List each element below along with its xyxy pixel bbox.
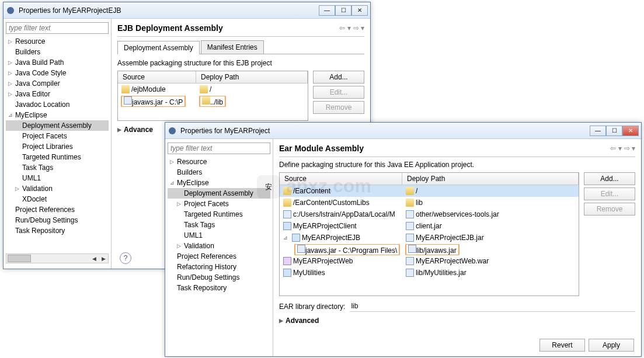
tree-item-label: Javadoc Location [15,100,69,109]
tree-item[interactable]: ▷Resource [168,157,270,167]
content-panel: Ear Module Assembly ⇦ ▾ ⇨ ▾ Define packa… [273,139,641,356]
tree-item[interactable]: ▷Resource [6,36,109,47]
close-button[interactable]: ✕ [351,5,368,16]
lib-dir-input[interactable] [350,301,635,312]
advanced-toggle[interactable]: ▶ Advanced [279,317,635,325]
assembly-table[interactable]: Source Deploy Path /EarContent//EarConte… [279,172,579,296]
expand-icon: ▷ [177,243,184,249]
source-cell: MyUtilities [293,269,325,277]
col-source[interactable]: Source [280,173,402,185]
tree-item[interactable]: ▷Java Compiler [6,78,109,89]
maximize-button[interactable]: ☐ [335,5,351,16]
table-row[interactable]: /EarContent/ [280,185,579,197]
edit-button[interactable]: Edit... [313,86,364,99]
tree-item-label: Builders [15,48,40,56]
category-tree-panel: ▷ResourceBuilders▷Java Build Path▷Java C… [4,19,112,269]
tree-item[interactable]: Run/Debug Settings [168,272,270,283]
minimize-button[interactable]: — [590,126,606,136]
col-deploy[interactable]: Deploy Path [196,71,308,83]
category-tree[interactable]: ▷ResourceBuilders▷Java Build Path▷Java C… [6,36,109,250]
tree-item-label: Java Build Path [15,58,64,67]
tree-item[interactable]: UML1 [6,173,109,183]
category-tree[interactable]: ▷ResourceBuilders⊿MyEclipseDeployment As… [168,157,270,338]
tree-item[interactable]: Project Facets [6,131,109,141]
filter-input[interactable] [6,22,109,34]
tree-item[interactable]: Task Repository [168,283,270,293]
tree-item[interactable]: Javadoc Location [6,99,109,110]
back-icon[interactable]: ⇦ ▾ [339,24,350,32]
maximize-button[interactable]: ☐ [606,126,622,136]
forward-icon[interactable]: ⇨ ▾ [353,24,364,32]
svg-point-1 [169,127,176,134]
table-row[interactable]: MyUtilitieslib/MyUtilities.jar [280,267,579,279]
tree-item[interactable]: Task Tags [6,162,109,173]
table-row[interactable]: MyEARProjectClientclient.jar [280,220,579,232]
mod-icon [283,257,291,265]
table-row[interactable]: javaws.jar - C:\P../lib [118,95,308,107]
col-source[interactable]: Source [118,71,196,83]
expand-icon: ▷ [15,186,22,192]
edit-button[interactable]: Edit... [584,187,635,200]
tree-item[interactable]: Refactoring History [168,262,270,272]
scrollbar-thumb[interactable] [8,255,31,262]
table-row[interactable]: MyEARProjectWebMyEARProjectWeb.war [280,255,579,267]
tree-item-label: Run/Debug Settings [177,273,239,281]
tab-manifest-entries[interactable]: Manifest Entries [201,40,264,54]
tree-item[interactable]: Task Tags [168,220,270,230]
table-row[interactable]: ⊿MyEARProjectEJBMyEARProjectEJB.jar [280,232,579,244]
minimize-button[interactable]: — [319,5,335,16]
forward-icon[interactable]: ⇨ ▾ [624,144,635,152]
tree-item[interactable]: ⊿MyEclipse [6,110,109,120]
expand-icon: ⊿ [8,112,15,118]
filter-input[interactable] [168,142,270,154]
jar-icon [406,222,414,230]
table-row[interactable]: c:/Users/lstrain/AppData/Local/Mother/we… [280,208,579,220]
table-row[interactable]: /EarContent/CustomLibslib [280,197,579,208]
help-icon[interactable]: ? [120,252,131,264]
page-title: Ear Module Assembly [279,144,610,153]
tree-item[interactable]: Project References [6,204,109,215]
horizontal-scrollbar[interactable]: ◀▶ [6,253,109,263]
tree-item[interactable]: ⊿MyEclipse [168,178,270,188]
tree-item[interactable]: ▷Java Editor [6,89,109,99]
tree-item[interactable]: ▷Java Build Path [6,57,109,68]
revert-button[interactable]: Revert [539,339,585,352]
tree-item[interactable]: ▷Validation [6,183,109,194]
table-row[interactable]: javaws.jar - C:\Program Files\lib/javaws… [280,244,579,255]
apply-button[interactable]: Apply [589,339,634,352]
tree-item[interactable]: XDoclet [6,194,109,204]
tree-item[interactable]: ▷Project Facets [168,199,270,209]
tree-item[interactable]: ▷Java Code Style [6,68,109,78]
tree-item[interactable]: Run/Debug Settings [6,215,109,225]
add-button[interactable]: Add... [584,172,635,185]
remove-button[interactable]: Remove [584,203,635,216]
tree-item[interactable]: Project References [168,251,270,262]
add-button[interactable]: Add... [313,71,364,84]
proj-icon [283,222,291,230]
expand-icon[interactable]: ⊿ [283,235,290,241]
col-deploy[interactable]: Deploy Path [402,173,579,185]
tree-item[interactable]: Targeted Runtimes [6,152,109,162]
tree-item[interactable]: UML1 [168,230,270,241]
tree-item[interactable]: ▷Validation [168,241,270,251]
expand-icon: ⊿ [170,180,177,186]
deploy-cell: MyEARProjectEJB.jar [416,234,484,242]
remove-button[interactable]: Remove [313,101,364,114]
titlebar[interactable]: Properties for MyEARProjectEJB — ☐ ✕ [4,2,370,19]
tree-item[interactable]: Builders [168,167,270,178]
tree-item[interactable]: Deployment Assembly [168,188,270,199]
back-icon[interactable]: ⇦ ▾ [610,144,621,152]
table-row[interactable]: /ejbModule/ [118,84,308,95]
assembly-table[interactable]: Source Deploy Path /ejbModule/javaws.jar… [117,71,308,121]
tree-item[interactable]: Project Libraries [6,141,109,152]
tree-item[interactable]: Targeted Runtimes [168,209,270,220]
tree-item-label: Task Repository [177,284,227,292]
tree-item[interactable]: Deployment Assembly [6,120,109,131]
tab-deployment-assembly[interactable]: Deployment Assembly [117,41,200,54]
tree-item[interactable]: Builders [6,47,109,57]
close-button[interactable]: ✕ [622,126,639,136]
titlebar[interactable]: Properties for MyEARProject — ☐ ✕ [165,123,641,139]
tree-item-label: Project References [15,206,75,214]
folder-icon [200,85,208,93]
tree-item[interactable]: Task Repository [6,225,109,236]
